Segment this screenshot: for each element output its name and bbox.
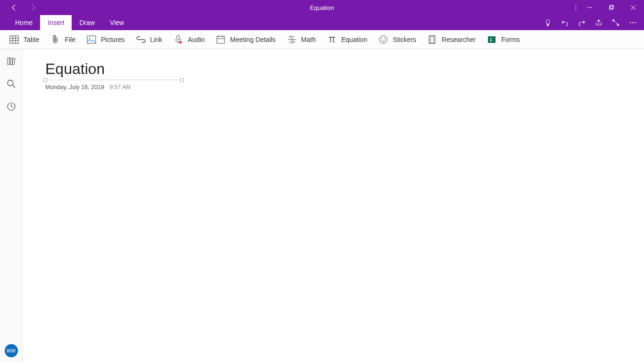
tab-bar: Home Insert Draw View bbox=[0, 15, 644, 30]
main-body: WW Equation Monday, July 16, 2019 9:57 A… bbox=[0, 49, 644, 362]
svg-rect-8 bbox=[10, 36, 18, 43]
close-button[interactable] bbox=[622, 0, 644, 15]
cmd-label: Audio bbox=[188, 36, 205, 43]
table-icon bbox=[9, 35, 19, 44]
user-avatar[interactable]: WW bbox=[5, 344, 18, 357]
svg-rect-2 bbox=[611, 5, 614, 8]
smiley-icon bbox=[379, 35, 388, 44]
svg-rect-32 bbox=[429, 36, 434, 43]
audio-button[interactable]: Audio bbox=[173, 35, 205, 44]
svg-point-39 bbox=[8, 80, 13, 86]
equation-button[interactable]: Equation bbox=[327, 35, 367, 44]
recent-button[interactable] bbox=[6, 101, 17, 112]
more-button[interactable] bbox=[624, 15, 641, 30]
link-icon bbox=[136, 35, 146, 44]
page-title[interactable]: Equation bbox=[45, 60, 621, 78]
nav-buttons bbox=[0, 0, 42, 15]
page-meta: Monday, July 16, 2019 9:57 AM bbox=[45, 84, 621, 90]
tab-label: Home bbox=[15, 19, 33, 26]
svg-point-29 bbox=[380, 36, 387, 43]
separator bbox=[576, 4, 576, 11]
svg-point-7 bbox=[635, 22, 636, 23]
tabs: Home Insert Draw View bbox=[0, 15, 132, 30]
cmd-label: File bbox=[65, 36, 75, 43]
forms-icon: F bbox=[487, 35, 496, 44]
svg-point-16 bbox=[180, 41, 182, 43]
svg-point-31 bbox=[384, 38, 385, 39]
forms-button[interactable]: F Forms bbox=[487, 35, 520, 44]
pictures-button[interactable]: Pictures bbox=[87, 35, 125, 44]
cmd-label: Stickers bbox=[393, 36, 416, 43]
cmd-label: Researcher bbox=[442, 36, 476, 43]
link-button[interactable]: Link bbox=[136, 35, 163, 44]
svg-point-30 bbox=[381, 38, 382, 39]
cmd-label: Link bbox=[150, 36, 163, 43]
tab-insert[interactable]: Insert bbox=[40, 15, 72, 30]
pi-icon bbox=[327, 35, 337, 44]
svg-point-5 bbox=[630, 22, 631, 23]
back-button[interactable] bbox=[5, 0, 24, 15]
stickers-button[interactable]: Stickers bbox=[379, 35, 416, 44]
cmd-label: Forms bbox=[501, 36, 520, 43]
svg-rect-13 bbox=[87, 36, 96, 43]
lightbulb-icon[interactable] bbox=[539, 15, 556, 30]
microphone-icon bbox=[173, 35, 183, 44]
svg-line-40 bbox=[13, 85, 15, 88]
cmd-label: Pictures bbox=[101, 36, 125, 43]
cmd-label: Math bbox=[301, 36, 316, 43]
avatar-initials: WW bbox=[7, 348, 16, 354]
fullscreen-button[interactable] bbox=[607, 15, 624, 30]
insert-ribbon: Table File Pictures Link Audio Meeting D… bbox=[0, 30, 644, 49]
tab-label: View bbox=[110, 19, 124, 26]
meeting-details-button[interactable]: Meeting Details bbox=[216, 35, 276, 44]
svg-point-14 bbox=[89, 37, 91, 39]
svg-rect-37 bbox=[10, 58, 12, 65]
redo-button[interactable] bbox=[573, 15, 590, 30]
table-button[interactable]: Table bbox=[9, 35, 39, 44]
paperclip-icon bbox=[50, 35, 60, 44]
calendar-icon bbox=[216, 35, 225, 44]
left-sidebar: WW bbox=[0, 49, 23, 362]
svg-rect-36 bbox=[8, 58, 9, 65]
svg-rect-15 bbox=[177, 35, 180, 40]
math-icon bbox=[287, 35, 297, 44]
svg-point-6 bbox=[632, 22, 633, 23]
maximize-button[interactable] bbox=[601, 0, 622, 15]
quick-tools bbox=[539, 15, 644, 30]
title-bar: Equation bbox=[0, 0, 644, 15]
researcher-button[interactable]: Researcher bbox=[428, 35, 476, 44]
svg-rect-1 bbox=[610, 6, 613, 9]
file-button[interactable]: File bbox=[50, 35, 75, 44]
page-date: Monday, July 16, 2019 bbox=[45, 84, 104, 90]
page-canvas[interactable]: Equation Monday, July 16, 2019 9:57 AM bbox=[23, 49, 644, 362]
notebooks-button[interactable] bbox=[6, 56, 17, 67]
cmd-label: Equation bbox=[341, 36, 367, 43]
window-controls bbox=[573, 0, 644, 15]
svg-rect-33 bbox=[430, 36, 435, 43]
search-button[interactable] bbox=[6, 78, 17, 90]
researcher-icon bbox=[428, 35, 437, 44]
math-button[interactable]: Math bbox=[287, 35, 316, 44]
tab-home[interactable]: Home bbox=[8, 15, 40, 30]
title-underline bbox=[45, 80, 182, 80]
undo-button[interactable] bbox=[556, 15, 573, 30]
svg-text:F: F bbox=[490, 37, 493, 43]
share-button[interactable] bbox=[590, 15, 607, 30]
minimize-button[interactable] bbox=[579, 0, 601, 15]
svg-rect-17 bbox=[217, 36, 224, 43]
tab-label: Draw bbox=[79, 19, 95, 26]
page-time: 9:57 AM bbox=[110, 84, 131, 90]
picture-icon bbox=[87, 35, 96, 44]
tab-draw[interactable]: Draw bbox=[72, 15, 102, 30]
tab-label: Insert bbox=[48, 19, 64, 26]
cmd-label: Table bbox=[24, 36, 39, 43]
tab-view[interactable]: View bbox=[102, 15, 132, 30]
forward-button[interactable] bbox=[24, 0, 42, 15]
cmd-label: Meeting Details bbox=[230, 36, 276, 43]
window-title: Equation bbox=[310, 4, 334, 11]
svg-rect-38 bbox=[12, 58, 15, 65]
